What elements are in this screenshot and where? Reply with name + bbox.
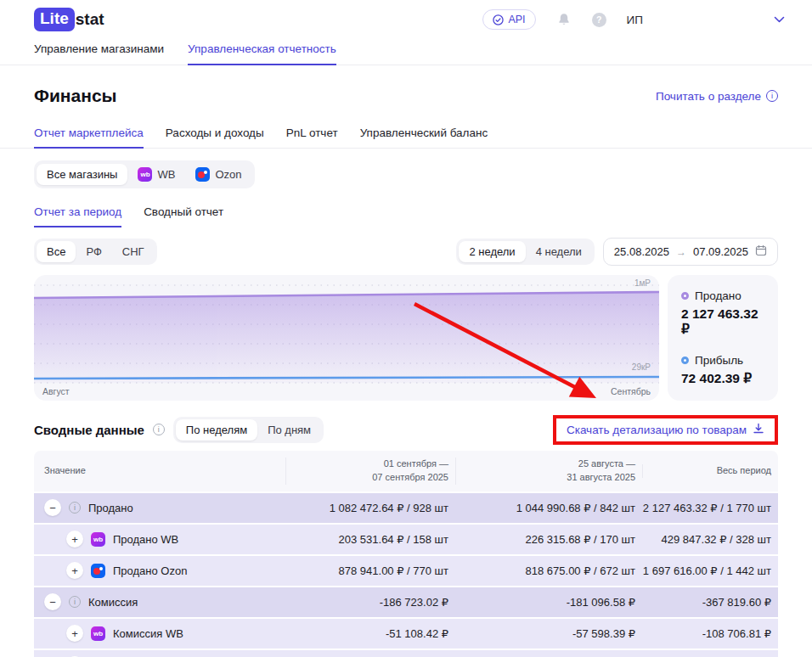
legend-item-sold[interactable]: Продано 2 127 463.32 ₽ [681, 289, 764, 337]
info-icon[interactable]: i [69, 502, 81, 514]
chart-canvas [34, 275, 659, 401]
row-label: Комиссия WB [113, 627, 183, 640]
summary-title: Сводные данные [34, 423, 144, 437]
y-axis-label-top: 1мР [634, 278, 651, 288]
legend-sold-label: Продано [695, 289, 742, 302]
report-tabs: Отчет за период Сводный отчет [0, 202, 812, 227]
primary-nav: Управление магазинами Управленческая отч… [0, 37, 812, 65]
legend-sold-value: 2 127 463.32 ₽ [681, 306, 764, 337]
store-filter-all[interactable]: Все магазины [37, 164, 127, 185]
table-row-commission-ozon: + Комиссия Ozon -135 614.60 ₽ -123 498.1… [34, 650, 778, 657]
tab-expenses-income[interactable]: Расходы и доходы [166, 123, 264, 148]
tab-pnl-report[interactable]: PnL отчет [286, 123, 338, 148]
info-icon[interactable]: i [69, 596, 81, 608]
store-filter-ozon-label: Ozon [215, 168, 241, 181]
tab-marketplace-report[interactable]: Отчет маркетплейса [34, 123, 144, 149]
granularity-toggle: По неделям По дням [173, 417, 324, 443]
cell-total: 1 697 616.00 ₽ / 1 442 шт [642, 564, 778, 577]
y-axis-label-low: 29кР [632, 362, 651, 372]
bell-icon[interactable] [556, 12, 572, 27]
nav-item-store-management[interactable]: Управление магазинами [34, 37, 164, 65]
check-circle-icon [493, 14, 504, 25]
chart-legend: Продано 2 127 463.32 ₽ Прибыль 72 402.39… [668, 275, 778, 401]
logo-lite: Lite [34, 8, 75, 31]
period-2-weeks[interactable]: 2 недели [459, 241, 525, 262]
cell-week2: 226 315.68 ₽ / 170 шт [455, 533, 642, 546]
expand-button[interactable]: + [66, 531, 83, 548]
user-name[interactable]: ИП [627, 14, 643, 26]
download-icon [753, 423, 764, 437]
tab-period-report[interactable]: Отчет за период [34, 202, 121, 227]
table-header: Значение 01 сентября —07 сентября 2025 2… [34, 451, 778, 491]
collapse-button[interactable]: − [44, 593, 61, 610]
col-header-value: Значение [34, 464, 285, 478]
api-badge-label: API [508, 14, 525, 25]
tab-summary-report[interactable]: Сводный отчет [144, 202, 223, 227]
info-icon[interactable]: i [153, 424, 165, 435]
tab-management-balance[interactable]: Управленческий баланс [360, 123, 488, 148]
col-header-total: Весь период [642, 464, 778, 478]
cell-total: 2 127 463.32 ₽ / 1 770 шт [642, 502, 778, 514]
region-filter-cis[interactable]: СНГ [112, 241, 155, 262]
app-logo[interactable]: Lite stat [34, 8, 104, 31]
about-section-link[interactable]: Почитать о разделе i [656, 90, 778, 103]
store-filter: Все магазины wb WB Ozon [34, 160, 255, 188]
expand-button[interactable]: + [66, 562, 83, 579]
col-header-week2: 25 августа —31 августа 2025 [455, 458, 642, 485]
wb-icon: wb [138, 167, 152, 182]
wb-icon: wb [91, 532, 105, 547]
page-title: Финансы [34, 86, 117, 106]
revenue-profit-chart[interactable]: 1мР 29кР Август Сентябрь [34, 275, 659, 401]
col-header-week1: 01 сентября —07 сентября 2025 [285, 458, 455, 485]
profit-series-marker [681, 357, 689, 364]
store-filter-wb-label: WB [157, 168, 175, 181]
region-filter-all[interactable]: Все [37, 241, 76, 262]
ozon-icon [195, 167, 210, 182]
cell-week2: 1 044 990.68 ₽ / 842 шт [455, 502, 642, 514]
legend-item-profit[interactable]: Прибыль 72 402.39 ₽ [681, 354, 764, 386]
store-filter-ozon[interactable]: Ozon [185, 163, 251, 186]
download-products-detail-button[interactable]: Скачать детализацию по товарам [553, 415, 778, 445]
cell-week1: -186 723.02 ₽ [285, 596, 455, 609]
store-filter-wb[interactable]: wb WB [127, 163, 185, 186]
period-4-weeks[interactable]: 4 недели [526, 241, 592, 262]
cell-week2: -57 598.39 ₽ [455, 627, 642, 640]
date-range-picker[interactable]: 25.08.2025 → 07.09.2025 [603, 238, 778, 266]
calendar-icon [755, 244, 767, 259]
cell-week2: -181 096.58 ₽ [455, 596, 642, 609]
api-badge[interactable]: API [482, 9, 535, 30]
date-from: 25.08.2025 [614, 245, 669, 258]
legend-profit-value: 72 402.39 ₽ [681, 371, 764, 386]
chevron-down-icon[interactable] [774, 12, 785, 27]
top-header: Lite stat API ? ИП [0, 0, 812, 37]
cell-week1: 203 531.64 ₽ / 158 шт [285, 533, 455, 546]
info-icon: i [766, 90, 778, 102]
help-icon[interactable]: ? [592, 13, 606, 27]
download-button-label: Скачать детализацию по товарам [567, 424, 747, 436]
region-filter-rf[interactable]: РФ [76, 241, 111, 262]
legend-profit-label: Прибыль [695, 354, 743, 367]
cell-total: -108 706.81 ₽ [642, 627, 778, 640]
collapse-button[interactable]: − [44, 499, 61, 516]
region-filter: Все РФ СНГ [34, 239, 157, 265]
nav-item-management-reports[interactable]: Управленческая отчетность [188, 37, 336, 65]
expand-button[interactable]: + [66, 625, 83, 642]
row-label: Продано Ozon [113, 564, 187, 577]
cell-week1: -51 108.42 ₽ [285, 627, 455, 640]
row-label: Продано [88, 502, 133, 514]
cell-total: 429 847.32 ₽ / 328 шт [642, 533, 778, 546]
granularity-weeks[interactable]: По неделям [176, 419, 257, 441]
cell-week1: 878 941.00 ₽ / 770 шт [285, 564, 455, 577]
cell-total: -367 819.60 ₽ [642, 596, 778, 609]
granularity-days[interactable]: По дням [257, 419, 321, 441]
table-row-sold-wb: + wb Продано WB 203 531.64 ₽ / 158 шт 22… [34, 525, 778, 554]
table-row-commission-wb: + wb Комиссия WB -51 108.42 ₽ -57 598.39… [34, 619, 778, 649]
table-row-sold: − i Продано 1 082 472.64 ₽ / 928 шт 1 04… [34, 493, 778, 523]
x-axis-label-august: Август [42, 386, 70, 396]
sold-series-marker [681, 292, 689, 300]
wb-icon: wb [91, 626, 105, 641]
arrow-right-icon: → [676, 246, 686, 258]
logo-stat: stat [76, 10, 104, 29]
row-label: Продано WB [113, 533, 178, 546]
cell-week2: 818 675.00 ₽ / 672 шт [455, 564, 642, 577]
